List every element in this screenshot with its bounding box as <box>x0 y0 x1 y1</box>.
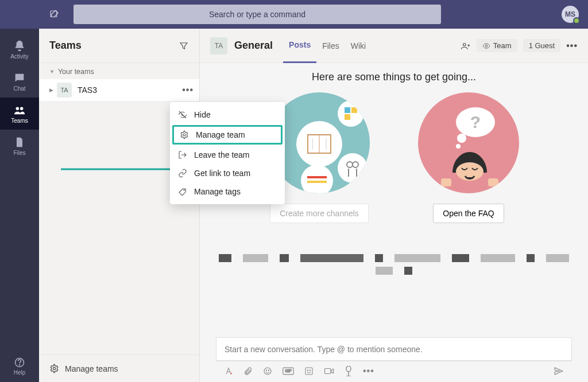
channel-more-icon[interactable]: ••• <box>566 41 578 51</box>
gif-icon[interactable]: GIF <box>283 367 294 376</box>
redacted-text <box>216 254 572 275</box>
menu-manage-team[interactable]: Manage team <box>172 125 283 145</box>
team-badge: TA <box>57 83 72 98</box>
menu-label: Manage tags <box>194 187 241 196</box>
rail-label: Help <box>14 369 26 376</box>
svg-rect-15 <box>345 107 350 113</box>
attach-icon[interactable] <box>243 367 253 376</box>
guest-label: 1 Guest <box>529 41 555 50</box>
compose-placeholder: Start a new conversation. Type @ to ment… <box>225 345 423 354</box>
illustration-faq-icon: ? <box>418 92 519 193</box>
left-pane: Teams ▼ Your teams ▶ TA TAS3 ••• Manage … <box>39 29 200 382</box>
tab-posts[interactable]: Posts <box>283 29 316 63</box>
avatar-initials: MS <box>565 10 575 18</box>
team-row[interactable]: ▶ TA TAS3 ••• <box>39 79 199 101</box>
presence-available-icon <box>573 17 580 24</box>
rail-teams[interactable]: Teams <box>0 98 39 130</box>
svg-rect-21 <box>307 181 327 183</box>
rail-chat[interactable]: Chat <box>0 65 39 98</box>
rail-label: Activity <box>10 53 29 60</box>
svg-point-10 <box>485 45 488 47</box>
teams-title: Teams <box>49 40 82 52</box>
avatar[interactable]: MS <box>562 6 579 23</box>
channel-title: General <box>234 40 273 52</box>
send-icon[interactable] <box>554 366 564 376</box>
stream-icon[interactable] <box>345 366 353 376</box>
visibility-team[interactable]: Team <box>477 39 517 52</box>
tab-wiki[interactable]: Wiki <box>345 29 372 63</box>
rail-label: Chat <box>13 85 25 92</box>
svg-rect-20 <box>307 176 327 178</box>
svg-rect-37 <box>325 369 331 374</box>
svg-rect-34 <box>305 368 312 375</box>
menu-hide[interactable]: Hide <box>170 106 285 124</box>
svg-point-2 <box>20 107 23 110</box>
caret-right-icon: ▶ <box>49 87 53 93</box>
channel-header: TA General Posts Files Wiki Team 1 Guest… <box>200 29 588 63</box>
search-placeholder: Search or type a command <box>209 10 305 19</box>
svg-text:GIF: GIF <box>285 369 291 373</box>
caret-down-icon: ▼ <box>49 69 55 75</box>
menu-label: Hide <box>194 110 211 119</box>
menu-leave-team[interactable]: Leave the team <box>170 146 285 164</box>
svg-point-36 <box>310 370 310 371</box>
svg-point-19 <box>353 162 358 167</box>
rail-files[interactable]: Files <box>0 130 39 162</box>
rail-help[interactable]: Help <box>0 350 39 382</box>
svg-point-1 <box>16 107 19 110</box>
more-options-icon[interactable]: ••• <box>182 85 194 95</box>
composer: Start a new conversation. Type @ to ment… <box>216 337 572 382</box>
svg-point-35 <box>307 370 308 371</box>
menu-label: Get link to team <box>194 169 250 178</box>
svg-rect-17 <box>345 114 350 120</box>
tab-files[interactable]: Files <box>316 29 345 63</box>
visibility-label: Team <box>493 41 512 50</box>
svg-point-8 <box>184 190 184 190</box>
main-pane: TA General Posts Files Wiki Team 1 Guest… <box>200 29 588 382</box>
create-channels-button[interactable]: Create more channels <box>270 204 369 223</box>
channel-badge: TA <box>210 37 227 54</box>
manage-teams-label: Manage teams <box>65 364 118 373</box>
hero-title: Here are some things to get going... <box>216 71 572 83</box>
manage-teams-button[interactable]: Manage teams <box>39 354 199 382</box>
svg-point-24 <box>456 144 461 149</box>
svg-point-6 <box>53 367 55 369</box>
compose-icon[interactable] <box>49 9 60 20</box>
rail-label: Files <box>13 150 25 156</box>
svg-point-38 <box>346 366 351 372</box>
svg-point-23 <box>457 134 466 143</box>
svg-point-29 <box>264 368 271 375</box>
more-icon[interactable]: ••• <box>363 366 374 376</box>
rail-activity[interactable]: Activity <box>0 33 39 65</box>
menu-label: Leave the team <box>194 150 250 159</box>
compose-input[interactable]: Start a new conversation. Type @ to ment… <box>216 337 572 361</box>
svg-rect-16 <box>351 107 357 113</box>
svg-rect-27 <box>441 178 451 186</box>
meet-now-icon[interactable] <box>324 367 334 376</box>
team-name: TAS3 <box>78 85 182 95</box>
filter-icon[interactable] <box>179 41 189 51</box>
team-context-menu: Hide Manage team Leave the team Get link… <box>170 102 285 204</box>
titlebar: Search or type a command MS <box>0 0 588 29</box>
rail-label: Teams <box>11 118 28 124</box>
sticker-icon[interactable] <box>304 367 314 376</box>
search-input[interactable]: Search or type a command <box>74 5 441 24</box>
format-icon[interactable] <box>224 367 233 376</box>
menu-label: Manage team <box>196 130 245 139</box>
svg-rect-28 <box>488 178 498 186</box>
menu-get-link[interactable]: Get link to team <box>170 164 285 182</box>
svg-point-9 <box>463 43 466 46</box>
manage-team-members-icon[interactable] <box>461 41 471 51</box>
section-label-text: Your teams <box>58 68 94 76</box>
guest-count[interactable]: 1 Guest <box>523 39 561 52</box>
svg-point-7 <box>183 134 185 136</box>
svg-point-30 <box>266 370 266 371</box>
svg-point-4 <box>20 364 20 365</box>
app-rail: Activity Chat Teams Files Help <box>0 29 39 382</box>
your-teams-section[interactable]: ▼ Your teams <box>39 63 199 79</box>
emoji-icon[interactable] <box>263 367 272 376</box>
menu-manage-tags[interactable]: Manage tags <box>170 182 285 201</box>
svg-point-18 <box>347 162 353 167</box>
svg-text:?: ? <box>470 112 481 131</box>
open-faq-button[interactable]: Open the FAQ <box>433 204 504 223</box>
